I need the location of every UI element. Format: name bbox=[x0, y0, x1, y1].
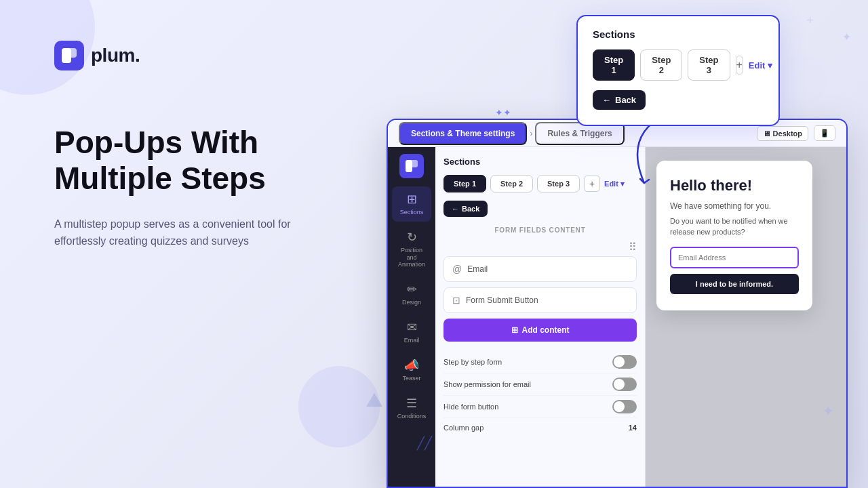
popup-card: Hello there! We have something for you. … bbox=[656, 161, 812, 310]
column-gap-label: Column gap bbox=[443, 424, 484, 432]
decorative-dots-1: ✦✦ bbox=[495, 107, 511, 118]
floating-step-3[interactable]: Step 3 bbox=[688, 49, 730, 81]
drag-handle[interactable]: ⠿ bbox=[443, 241, 637, 253]
floating-card-title: Sections bbox=[593, 28, 764, 40]
decorative-star-1: ✦ bbox=[822, 403, 834, 420]
chevron-down-icon: ▾ bbox=[768, 60, 772, 70]
panel-title: Sections bbox=[443, 157, 637, 167]
floating-step-1[interactable]: Step 1 bbox=[593, 49, 635, 81]
floating-edit-button[interactable]: Edit ▾ bbox=[749, 60, 773, 70]
hero-description: A multistep popup serves as a convenient… bbox=[54, 216, 298, 250]
logo-text: plum. bbox=[91, 45, 140, 66]
mobile-icon: 📱 bbox=[820, 129, 829, 138]
field-card-submit[interactable]: ⊡ Form Submit Button bbox=[443, 287, 637, 313]
svg-rect-3 bbox=[410, 160, 418, 167]
panel-steps-row: Step 1 Step 2 Step 3 + Edit ▾ bbox=[443, 175, 637, 192]
arrow-left-icon: ← bbox=[602, 95, 611, 105]
mobile-view-button[interactable]: 📱 bbox=[814, 125, 835, 141]
floating-sections-card: Sections Step 1 Step 2 Step 3 + Edit ▾ ←… bbox=[576, 15, 780, 126]
toggle-hide-form: Hide form button bbox=[443, 396, 637, 418]
popup-email-input[interactable] bbox=[670, 247, 799, 268]
toggle-permission-control[interactable] bbox=[612, 378, 637, 391]
sections-icon: ⊞ bbox=[407, 192, 417, 207]
submit-field-icon: ⊡ bbox=[452, 295, 460, 306]
app-body: ⊞ Sections ↻ Position and Animation ✏ De… bbox=[388, 147, 846, 487]
email-icon: ✉ bbox=[407, 320, 417, 335]
sidebar-item-sections[interactable]: ⊞ Sections bbox=[392, 186, 431, 222]
popup-subtitle: We have something for you. bbox=[670, 201, 799, 211]
column-gap-value: 14 bbox=[629, 424, 637, 432]
logo-icon bbox=[54, 41, 84, 70]
sidebar-item-teaser[interactable]: 📣 Teaser bbox=[392, 352, 431, 388]
monitor-icon: 🖥 bbox=[763, 129, 770, 138]
logo: plum. bbox=[54, 41, 380, 70]
toggle-hide-control[interactable] bbox=[612, 400, 637, 413]
submit-field-label: Form Submit Button bbox=[466, 296, 538, 305]
decorative-star-2: ✦ bbox=[842, 30, 851, 43]
topbar-device-selector: 🖥 Desktop 📱 bbox=[757, 125, 835, 141]
popup-cta-button[interactable]: I need to be informed. bbox=[670, 274, 799, 294]
panel-back-button[interactable]: ← Back bbox=[443, 201, 488, 217]
column-gap-row: Column gap 14 bbox=[443, 418, 637, 437]
sidebar-item-position[interactable]: ↻ Position and Animation bbox=[392, 224, 431, 274]
panel-back-arrow-icon: ← bbox=[452, 205, 459, 213]
panel-step-1[interactable]: Step 1 bbox=[443, 175, 486, 192]
popup-overlay: Hello there! We have something for you. … bbox=[646, 147, 846, 487]
popup-title: Hello there! bbox=[670, 177, 799, 195]
panel-step-3[interactable]: Step 3 bbox=[537, 175, 580, 192]
decorative-slash-1: ╱╱ bbox=[417, 436, 432, 451]
position-icon: ↻ bbox=[407, 230, 417, 245]
teaser-icon: 📣 bbox=[404, 358, 419, 373]
decorative-plus-1: + bbox=[806, 14, 814, 28]
toggle-hide-label: Hide form button bbox=[443, 403, 498, 411]
toggle-step-by-step: Step by step form bbox=[443, 351, 637, 373]
floating-steps-row: Step 1 Step 2 Step 3 + Edit ▾ bbox=[593, 49, 764, 81]
tab-sections-theme[interactable]: Sections & Theme settings bbox=[399, 122, 527, 145]
app-preview: Hello there! We have something for you. … bbox=[646, 147, 846, 487]
floating-back-button[interactable]: ← Back bbox=[593, 90, 646, 110]
desktop-view-button[interactable]: 🖥 Desktop bbox=[757, 126, 808, 141]
panel-add-step[interactable]: + bbox=[584, 176, 600, 192]
add-content-icon: ⊞ bbox=[511, 325, 518, 335]
toggle-permission-label: Show permission for email bbox=[443, 380, 531, 388]
left-section: plum. Pop-Ups With Multiple Steps A mult… bbox=[54, 41, 380, 250]
floating-add-step[interactable]: + bbox=[736, 56, 743, 75]
form-fields-label: FORM FIELDS CONTENT bbox=[443, 226, 637, 234]
sidebar-item-email[interactable]: ✉ Email bbox=[392, 314, 431, 350]
sidebar-email-label: Email bbox=[404, 337, 420, 344]
add-content-button[interactable]: ⊞ Add content bbox=[443, 319, 637, 342]
conditions-icon: ☰ bbox=[406, 396, 417, 411]
floating-step-2[interactable]: Step 2 bbox=[640, 49, 682, 81]
email-field-icon: @ bbox=[452, 264, 462, 274]
sidebar-item-conditions[interactable]: ☰ Conditions bbox=[392, 390, 431, 426]
topbar-arrow-icon: › bbox=[530, 129, 532, 138]
design-icon: ✏ bbox=[407, 282, 417, 297]
sidebar-conditions-label: Conditions bbox=[397, 413, 427, 420]
field-card-email[interactable]: @ Email bbox=[443, 256, 637, 282]
toggle-step-control[interactable] bbox=[612, 355, 637, 369]
toggle-permission: Show permission for email bbox=[443, 373, 637, 396]
sidebar-design-label: Design bbox=[402, 299, 421, 306]
sidebar-logo bbox=[399, 154, 424, 178]
sidebar-item-design[interactable]: ✏ Design bbox=[392, 277, 431, 312]
toggle-step-label: Step by step form bbox=[443, 358, 502, 366]
sidebar-position-label: Position and Animation bbox=[396, 247, 427, 268]
app-panel: Sections Step 1 Step 2 Step 3 + Edit ▾ ←… bbox=[435, 147, 646, 487]
email-field-label: Email bbox=[467, 264, 488, 274]
svg-rect-1 bbox=[67, 48, 77, 58]
popup-question: Do you want to be notified when we relea… bbox=[670, 216, 799, 237]
sidebar-sections-label: Sections bbox=[400, 209, 424, 216]
drag-dots-icon: ⠿ bbox=[629, 241, 637, 253]
sidebar-teaser-label: Teaser bbox=[402, 375, 420, 382]
hero-title: Pop-Ups With Multiple Steps bbox=[54, 125, 339, 197]
panel-step-2[interactable]: Step 2 bbox=[490, 175, 533, 192]
decorative-triangle bbox=[366, 393, 382, 407]
